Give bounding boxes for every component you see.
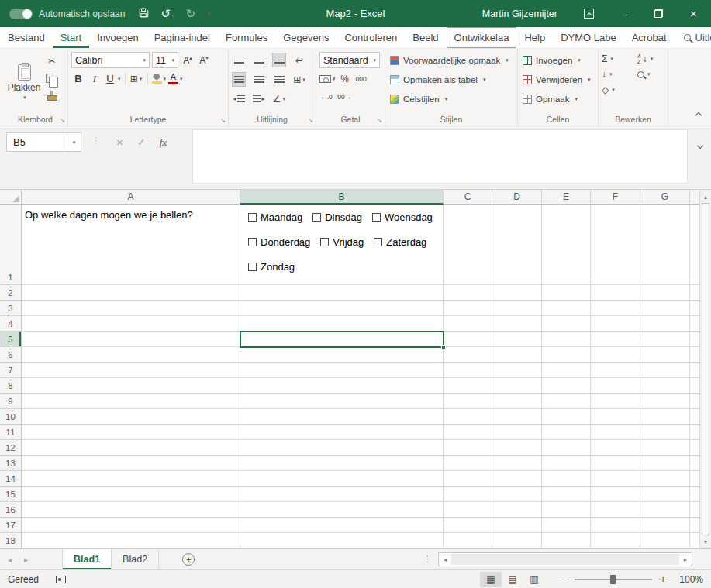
dialog-launcher-icon[interactable]: ↘ [377,117,382,124]
bold-button[interactable]: B [71,71,85,86]
row-header[interactable]: 6 [0,347,21,363]
tab-ontwikkelaars[interactable]: Ontwikkelaa [447,27,517,48]
column-header-e[interactable]: E [542,190,591,205]
align-right-button[interactable] [272,72,286,87]
minimize-button[interactable]: – [606,0,641,27]
collapse-formula-bar-button[interactable] [698,137,702,151]
previous-sheet-arrow[interactable]: ◂ [8,555,12,564]
tell-me-search[interactable]: Uitleg [675,27,711,48]
align-left-button[interactable] [232,72,246,87]
row-header[interactable]: 17 [0,518,21,533]
autosave-toggle[interactable] [9,9,33,19]
grow-font-button[interactable]: A▴ [181,53,195,67]
delete-cells-button[interactable]: Verwijderen ▾ [521,71,592,88]
row-header[interactable]: 2 [0,285,21,301]
fill-handle[interactable] [441,345,446,349]
currency-format-button[interactable]: ▾ [319,71,336,86]
merge-center-button[interactable]: ⊞▾ [292,72,306,87]
tab-gegevens[interactable]: Gegevens [275,27,337,48]
user-name[interactable]: Martin Gijzemijter [482,9,557,19]
number-format-combo[interactable]: Standaard▾ [319,52,380,68]
font-name-combo[interactable]: Calibri▾ [71,52,150,68]
insert-function-button[interactable]: fx [160,136,167,149]
row-header[interactable]: 15 [0,487,21,502]
vertical-scroll-thumb[interactable] [702,203,709,535]
find-select-button[interactable]: ▾ [637,69,668,80]
checkbox-icon[interactable] [248,238,257,246]
row-header[interactable]: 9 [0,394,21,409]
copy-button[interactable]: ▾ [45,70,59,85]
save-button[interactable] [139,7,149,20]
autosum-button[interactable]: Σ▾ [602,53,637,64]
tab-beeld[interactable]: Beeld [405,27,446,48]
formula-input[interactable] [192,129,688,184]
scroll-up-arrow[interactable]: ▴ [700,191,711,203]
percent-format-button[interactable]: % [338,71,352,86]
row-header[interactable]: 14 [0,471,21,487]
align-top-button[interactable] [232,53,246,67]
sort-filter-button[interactable]: AZ↓▾ [637,53,668,64]
orientation-button[interactable]: ∠▾ [272,91,286,106]
fill-button[interactable]: ↓▾ [602,69,637,80]
zoom-out-button[interactable]: − [556,573,571,585]
row-header[interactable]: 11 [0,425,21,440]
tab-controleren[interactable]: Controleren [337,27,405,48]
name-box-dropdown[interactable]: ▾ [67,133,81,151]
conditional-formatting-button[interactable]: Voorwaardelijke opmaak ▾ [388,52,510,68]
increase-decimal-button[interactable]: ←.0 [319,89,333,104]
checkbox-icon[interactable] [320,238,329,246]
view-page-break-button[interactable]: ▥ [523,572,545,587]
cells-area[interactable]: Op welke dagen mogen we je bellen? Maand… [22,205,699,548]
format-painter-button[interactable] [45,88,59,102]
paste-button[interactable]: Plakken ▾ [6,52,42,113]
tab-pagina-indeling[interactable]: Pagina-indel [147,27,218,48]
decrease-indent-button[interactable]: ◂ [232,91,246,106]
enter-button[interactable]: ✓ [137,136,146,148]
horizontal-scrollbar[interactable]: ◂ ▸ [438,552,692,566]
customize-qat-button[interactable]: ▾ [208,11,211,17]
name-box[interactable]: B5 ▾ [6,132,81,152]
checkbox-icon[interactable] [372,213,381,222]
checkbox-woensdag[interactable]: Woensdag [372,211,433,223]
column-header-b[interactable]: B [240,190,444,205]
clear-button[interactable]: ◇▾ [602,84,637,95]
align-bottom-button[interactable] [272,53,286,67]
tab-start[interactable]: Start [53,27,89,48]
decrease-decimal-button[interactable]: .00→ [336,89,351,104]
scroll-right-arrow[interactable]: ▸ [679,553,692,566]
tab-dymo-label[interactable]: DYMO Labe [553,27,624,48]
tab-help[interactable]: Help [516,27,553,48]
selected-cell-b5[interactable] [240,331,444,348]
view-page-layout-button[interactable]: ▤ [502,572,523,587]
view-normal-button[interactable]: ▦ [480,572,502,587]
row-header[interactable]: 1 [0,205,21,285]
checkbox-donderdag[interactable]: Donderdag [248,236,310,248]
format-as-table-button[interactable]: Opmaken als tabel ▾ [388,71,510,88]
tab-formules[interactable]: Formules [218,27,275,48]
column-header-c[interactable]: C [444,190,492,205]
dialog-launcher-icon[interactable]: ↘ [308,117,313,124]
zoom-slider-thumb[interactable] [610,575,616,584]
record-macro-icon[interactable] [56,576,66,583]
fill-color-button[interactable]: ▾ [152,71,167,86]
column-header-f[interactable]: F [591,190,640,205]
checkbox-icon[interactable] [248,263,257,271]
tab-bestand[interactable]: Bestand [0,27,53,48]
checkbox-vrijdag[interactable]: Vrijdag [320,236,364,248]
checkbox-maandag[interactable]: Maandag [248,211,302,223]
comma-format-button[interactable]: 000 [354,71,368,86]
scroll-left-arrow[interactable]: ◂ [439,553,451,566]
underline-button[interactable]: U▾ [104,71,121,86]
checkbox-icon[interactable] [248,213,257,222]
increase-indent-button[interactable]: ▸ [252,91,266,106]
align-middle-button[interactable] [252,53,266,67]
tab-acrobat[interactable]: Acrobat [624,27,675,48]
row-header[interactable]: 8 [0,378,21,394]
zoom-slider[interactable] [575,579,652,580]
next-sheet-arrow[interactable]: ▸ [24,555,28,564]
format-cells-button[interactable]: Opmaak ▾ [521,91,592,107]
column-header-g[interactable]: G [640,190,690,205]
font-color-button[interactable]: A▾ [168,71,183,86]
checkbox-icon[interactable] [312,213,321,222]
shrink-font-button[interactable]: A▾ [197,53,211,67]
